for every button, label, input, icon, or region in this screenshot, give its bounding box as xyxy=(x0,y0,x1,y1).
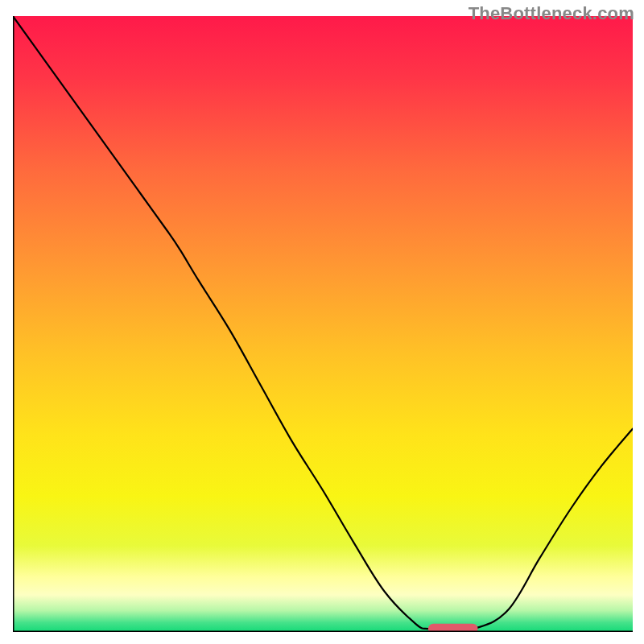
sweet-spot-marker xyxy=(428,624,478,632)
chart-background xyxy=(13,16,633,632)
watermark-text: TheBottleneck.com xyxy=(469,3,634,24)
chart-svg xyxy=(13,16,633,632)
plot-area xyxy=(13,16,633,632)
chart-container: TheBottleneck.com xyxy=(0,0,644,644)
